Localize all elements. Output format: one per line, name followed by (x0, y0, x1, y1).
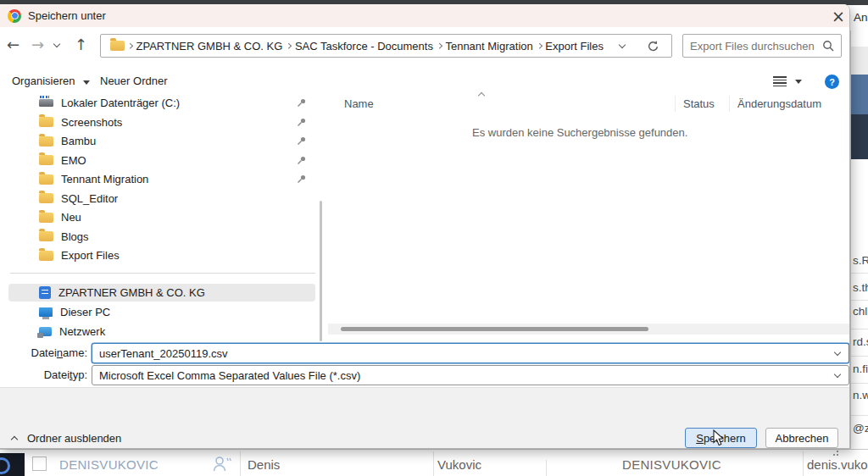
sidebar-item-netzwerk[interactable]: Netzwerk (8, 323, 315, 340)
recent-locations-chevron-icon[interactable] (53, 41, 60, 47)
drive-icon (39, 99, 53, 107)
sidebar-item-blogs[interactable]: Blogs (8, 228, 315, 246)
background-fragment: n.w (853, 389, 868, 401)
back-button[interactable]: ← (7, 36, 19, 53)
background-row-line (851, 273, 868, 274)
filename-input[interactable] (92, 347, 835, 360)
first-name-cell: Denis (248, 457, 280, 472)
background-row-line (851, 383, 868, 384)
filename-field[interactable] (92, 343, 849, 363)
search-icon[interactable] (822, 40, 834, 52)
hide-folders-chevron-icon[interactable] (11, 436, 18, 443)
sidebar-scrollbar[interactable] (320, 201, 322, 341)
search-box[interactable] (682, 34, 842, 58)
pin-icon[interactable] (297, 117, 307, 127)
close-icon[interactable]: × (827, 5, 849, 26)
sidebar-item-zpartner[interactable]: ZPARTNER GMBH & CO. KG (8, 284, 315, 302)
folder-icon (39, 213, 53, 223)
filetype-label: Dateityp: (0, 368, 87, 381)
row-checkbox[interactable] (32, 457, 47, 471)
folder-icon (39, 155, 53, 165)
pin-icon[interactable] (297, 155, 307, 165)
sidebar-item-sql-editor[interactable]: SQL_Editor (8, 190, 315, 208)
background-row-line (851, 329, 868, 329)
header-divider (729, 96, 730, 112)
app-logo-icon (0, 457, 10, 474)
folder-icon (39, 174, 53, 185)
refresh-icon[interactable] (647, 40, 659, 53)
folder-icon (39, 231, 53, 241)
background-fragment: @zp (853, 422, 868, 434)
background-fragment: s.th (853, 281, 868, 294)
filetype-value: Microsoft Excel Comma Separated Values F… (92, 369, 835, 382)
sidebar-item-bambu[interactable]: Bambu (8, 132, 315, 150)
breadcrumb-segment[interactable]: ZPARTNER GMBH & CO. KG (132, 40, 287, 53)
cell-divider (803, 451, 804, 476)
background-table-row: DENISVUKOVIC Denis Vukovic DENISVUKOVIC … (0, 449, 868, 476)
scrollbar-thumb[interactable] (341, 327, 648, 331)
sidebar-item-local-disk[interactable]: Lokaler Datenträger (C:) (8, 94, 315, 112)
pin-icon[interactable] (297, 174, 307, 184)
header-divider (675, 96, 676, 112)
sidebar-item-tennant-migration[interactable]: Tennant Migration (8, 170, 315, 188)
breadcrumb-segment[interactable]: Export Files (541, 40, 608, 53)
view-options-chevron-icon[interactable] (795, 80, 802, 84)
search-input[interactable] (690, 40, 822, 53)
user-id-link[interactable]: DENISVUKOVIC (59, 457, 159, 472)
filetype-select[interactable]: Microsoft Excel Comma Separated Values F… (92, 365, 849, 385)
hide-folders-button[interactable]: Ordner ausblenden (27, 432, 121, 445)
background-header-text: Ana (854, 11, 868, 24)
organize-dropdown-icon (83, 80, 90, 85)
network-icon (39, 327, 52, 336)
filename-label: Dateiname: (0, 346, 87, 359)
cancel-button[interactable]: Abbrechen (765, 428, 838, 448)
breadcrumb-segment[interactable]: SAC Taskforce - Documents (291, 40, 437, 53)
mouse-cursor (713, 429, 726, 447)
column-header-status[interactable]: Status (683, 97, 715, 110)
background-fragment: n.fis (853, 363, 868, 375)
background-fragment: s.R (853, 254, 868, 267)
cell-divider (240, 451, 241, 476)
filetype-dropdown-chevron-icon[interactable] (834, 370, 841, 377)
address-bar[interactable]: ZPARTNER GMBH & CO. KG SAC Taskforce - D… (100, 34, 672, 58)
background-fragment: rd.s (853, 335, 868, 348)
background-grey-band (851, 47, 868, 75)
breadcrumb-segment[interactable]: Tennant Migration (441, 40, 537, 53)
address-dropdown-chevron-icon[interactable] (619, 41, 626, 47)
view-options-icon[interactable] (773, 76, 787, 87)
folder-icon (110, 41, 125, 51)
pc-icon (39, 307, 53, 317)
folder-icon (39, 117, 53, 127)
save-as-dialog: Speichern unter × ← → ↑ ZPARTNER GMBH & … (0, 4, 850, 449)
resize-grip-icon[interactable] (831, 451, 839, 458)
sidebar-item-dieser-pc[interactable]: Dieser PC (8, 303, 315, 321)
sidebar-item-export-files[interactable]: Export Files (8, 246, 315, 264)
organize-button[interactable]: Organisieren (12, 75, 90, 87)
horizontal-scrollbar[interactable] (328, 324, 850, 335)
folder-icon (39, 136, 53, 147)
help-icon[interactable]: ? (825, 75, 839, 89)
sort-ascending-icon[interactable] (478, 92, 485, 99)
column-header-date[interactable]: Änderungsdatum (737, 97, 821, 110)
pin-icon[interactable] (297, 136, 307, 146)
sidebar-item-neu[interactable]: Neu (8, 208, 315, 226)
pin-icon[interactable] (297, 97, 307, 108)
background-row-line (851, 300, 868, 301)
cell-divider (433, 451, 434, 476)
person-icon (212, 455, 232, 473)
background-fragment: chl. (853, 305, 868, 318)
cell-divider (546, 460, 547, 476)
taskbar-app-icon[interactable] (0, 453, 25, 476)
sidebar-item-emo[interactable]: EMO (8, 152, 315, 169)
filename-dropdown-chevron-icon[interactable] (834, 348, 841, 355)
column-header-name[interactable]: Name (344, 97, 374, 110)
up-button[interactable]: ↑ (75, 36, 87, 53)
background-row-line (851, 415, 868, 416)
document-icon (39, 286, 51, 299)
forward-button[interactable]: → (31, 36, 44, 53)
folder-icon (39, 193, 53, 203)
folder-icon (39, 251, 53, 261)
sidebar-item-screenshots[interactable]: Screenshots (8, 113, 315, 131)
background-blue-block (851, 75, 868, 114)
new-folder-button[interactable]: Neuer Ordner (100, 75, 167, 87)
